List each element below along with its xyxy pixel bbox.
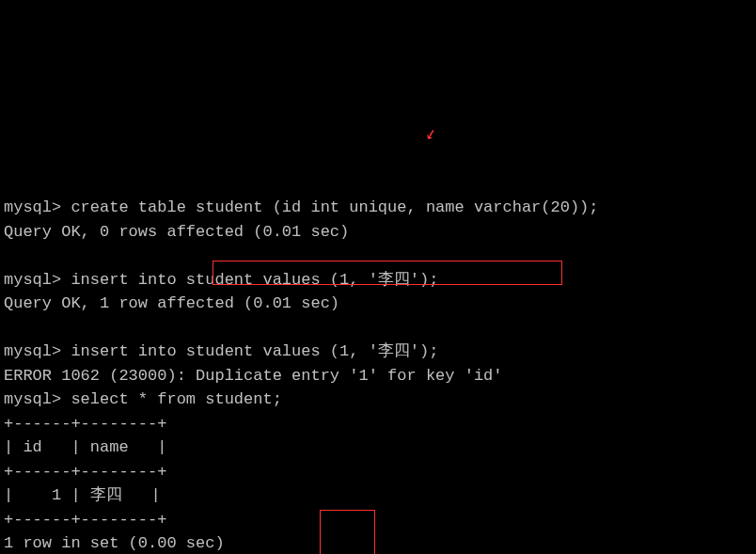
command-create-table[interactable]: create table student (id int unique, nam… [61,198,598,216]
mysql-prompt: mysql> [4,390,61,408]
table-header: | id | name | [4,438,166,456]
mysql-prompt: mysql> [4,271,61,289]
table-row: | 1 | 李四 | [4,486,161,504]
table-border: +------+--------+ [4,511,166,529]
mysql-prompt: mysql> [4,342,61,360]
table-border: +------+--------+ [4,463,166,481]
arrow-annotation: ↙ [421,119,439,149]
error-message-duplicate: Duplicate entry '1' for key 'id' [196,367,502,385]
error-prefix: ERROR 1062 (23000): [4,367,196,385]
query-result: Query OK, 0 rows affected (0.01 sec) [4,223,349,241]
command-select[interactable]: select * from student; [61,390,282,408]
highlight-box-key [320,510,375,554]
mysql-prompt: mysql> [4,198,61,216]
query-result: Query OK, 1 row affected (0.01 sec) [4,294,339,312]
highlight-box-error [213,261,562,285]
terminal-output: ↙ mysql> create table student (id int un… [4,100,752,554]
query-result: 1 row in set (0.00 sec) [4,534,225,552]
table-border: +------+--------+ [4,415,166,433]
command-insert-2[interactable]: insert into student values (1, '李四'); [61,342,438,360]
